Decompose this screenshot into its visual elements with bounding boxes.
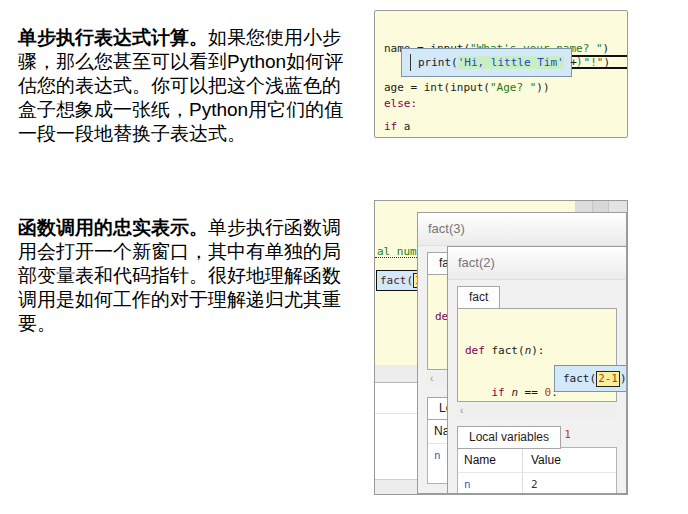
paragraph-lead: 单步执行表达式计算。	[18, 27, 208, 48]
code-editor[interactable]: else: print("Hello " + name + "!") print…	[384, 71, 596, 138]
window-title-bar[interactable]: fact(2)	[448, 247, 626, 280]
scroll-left-icon[interactable]: ‹	[430, 373, 433, 384]
window-title: fact(3)	[428, 221, 465, 236]
code-line: def fact(n):	[465, 344, 616, 358]
variables-table: NameValue n2	[457, 447, 617, 494]
table-header: NameValue	[458, 448, 616, 473]
expression-eval-screenshot: name = input("What's your name? ") age =…	[374, 10, 628, 138]
code-line: else:	[384, 97, 596, 110]
call-eval-box: fact(2-1)	[554, 365, 627, 392]
variable-row[interactable]: n2	[458, 473, 616, 494]
function-code-editor[interactable]: def fact(n): if n == 0: return 1 else: r…	[457, 308, 617, 402]
call-window-fact2[interactable]: fact(2) fact def fact(n): if n == 0: ret…	[447, 246, 627, 494]
paragraph-function-calls: 函数调用的忠实表示。单步执行函数调用会打开一个新窗口，其中有单独的局部变量表和代…	[18, 216, 354, 336]
eval-cursor-bar	[410, 54, 411, 71]
expression-eval-box: print('Hi, little Tim' + "!")	[401, 48, 572, 77]
paragraph-expression-eval: 单步执行表达式计算。如果您使用小步骤，那么您甚至可以看到Python如何评估您的…	[18, 26, 354, 146]
function-call-screenshot: al numb fact(3) fact(3) fact def fact(n)…	[374, 200, 628, 495]
editor-tab[interactable]: fact	[457, 286, 500, 309]
window-title-bar[interactable]: fact(3)	[418, 213, 626, 246]
local-variables-tab[interactable]: Local variables	[457, 426, 561, 449]
code-line: print("Hello " + name + "!")	[384, 136, 596, 138]
window-tab-strip	[575, 201, 627, 212]
paragraph-lead: 函数调用的忠实表示。	[18, 217, 208, 238]
substituted-value: 'Hi, little Tim'	[458, 56, 564, 69]
window-title: fact(2)	[458, 255, 495, 270]
scroll-left-icon[interactable]: ‹	[460, 405, 463, 416]
active-argument: 2-1	[596, 371, 620, 387]
dotted-underline	[375, 257, 417, 258]
